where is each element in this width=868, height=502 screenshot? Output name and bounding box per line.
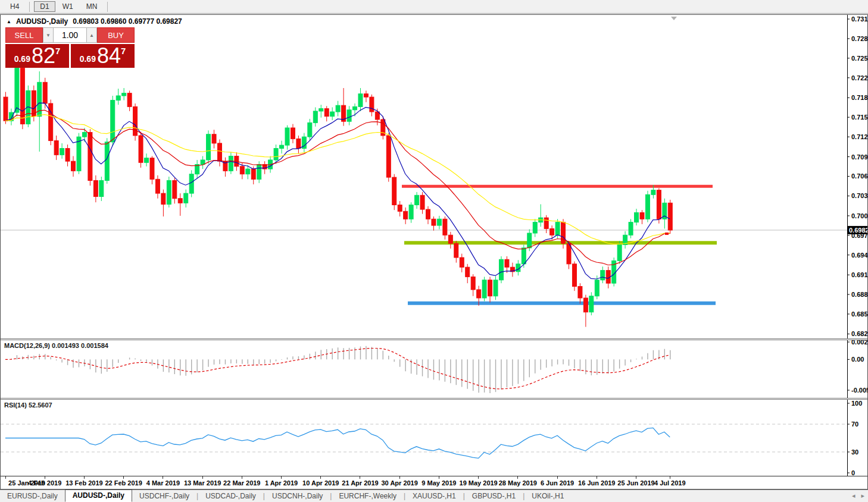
- date-axis-tick: [478, 476, 479, 479]
- candle-body: [398, 205, 402, 211]
- date-axis: 25 Jan 20194 Feb 201913 Feb 201922 Feb 2…: [1, 476, 867, 489]
- timeframe-button-d1[interactable]: D1: [34, 1, 55, 12]
- candle-body: [173, 180, 177, 198]
- candle-body: [635, 212, 639, 222]
- candle-body: [347, 110, 351, 121]
- candle-body: [358, 94, 363, 107]
- rsi-axis-label: 70: [851, 421, 858, 428]
- price-axis-label: 0.72505: [851, 55, 867, 62]
- tab-audusd-daily[interactable]: AUDUSD-,Daily: [65, 490, 132, 502]
- candle-body: [184, 193, 188, 203]
- rsi-line: [5, 428, 670, 458]
- candle-body: [122, 93, 126, 96]
- sell-price-panel[interactable]: 0.69 82 7: [5, 44, 69, 68]
- chart-shift-marker-icon: [671, 17, 677, 20]
- tab-ukoil-h1[interactable]: UKOil-,H1: [524, 491, 571, 502]
- timeframe-button-h4[interactable]: H4: [4, 1, 25, 12]
- candle-body: [471, 277, 475, 290]
- candle-body: [522, 248, 526, 264]
- chart-symbol-title: AUDUSD-,Daily: [16, 17, 68, 26]
- candle-body: [494, 280, 498, 296]
- volume-decrease-button[interactable]: ▼: [43, 27, 54, 43]
- candle-body: [150, 158, 154, 180]
- candle-body: [145, 158, 149, 163]
- volume-input[interactable]: [54, 27, 86, 43]
- date-axis-tick: [84, 476, 85, 479]
- candle-body: [392, 177, 396, 205]
- tab-xauusd-h1[interactable]: XAUUSD-,H1: [405, 491, 463, 502]
- volume-increase-button[interactable]: ▲: [86, 27, 97, 43]
- tab-eurchf-weekly[interactable]: EURCHF-,Weekly: [332, 491, 403, 502]
- timeframe-button-mn[interactable]: MN: [80, 1, 104, 12]
- tab-scroll-left-icon[interactable]: ◂: [852, 492, 855, 500]
- sell-price-prefix: 0.69: [14, 54, 30, 64]
- timeframe-toolbar: H4D1W1MN: [0, 0, 868, 14]
- candle-body: [601, 271, 605, 280]
- date-axis-tick: [45, 476, 45, 479]
- rsi-axis-label: 100: [851, 400, 862, 407]
- candle-body: [578, 287, 582, 298]
- date-axis-label: 4 Jul 2019: [645, 479, 695, 487]
- candle-body: [657, 190, 661, 219]
- date-axis-tick: [163, 476, 163, 479]
- candle-body: [240, 167, 244, 174]
- sell-button[interactable]: SELL: [5, 27, 43, 43]
- tab-usdcad-daily[interactable]: USDCAD-,Daily: [198, 491, 263, 502]
- tab-usdchf-daily[interactable]: USDCHF-,Daily: [132, 491, 196, 502]
- candle-body: [251, 169, 255, 179]
- candle-body: [505, 259, 509, 267]
- rsi-axis-label: 0: [851, 469, 855, 476]
- candle-body: [43, 82, 47, 103]
- toolbar-separator: [107, 2, 108, 12]
- price-axis-label: 0.68520: [851, 310, 867, 318]
- price-axis-label: 0.73115: [851, 15, 867, 23]
- price-axis-label: 0.70970: [851, 153, 867, 161]
- timeframe-button-w1[interactable]: W1: [57, 1, 79, 12]
- sell-price-pip: 7: [55, 46, 60, 56]
- candle-body: [308, 123, 312, 137]
- price-axis-label: 0.72200: [851, 74, 867, 81]
- candle-body: [488, 280, 492, 296]
- collapse-triangle-icon[interactable]: ▲: [7, 19, 11, 24]
- candle-body: [155, 179, 160, 193]
- candle-body: [420, 195, 424, 209]
- rsi-indicator-label: RSI(14) 52.5607: [4, 401, 52, 409]
- date-axis-tick: [360, 476, 360, 479]
- candle-body: [330, 112, 335, 117]
- candle-body: [88, 133, 92, 181]
- tab-eurusd-daily[interactable]: EURUSD-,Daily: [0, 491, 65, 502]
- candle-body: [482, 280, 486, 298]
- candle-body: [555, 222, 560, 236]
- price-axis-label: 0.71890: [851, 94, 867, 101]
- macd-pane[interactable]: 0.0029840.00-0.00525MACD(12,26,9) 0.0014…: [1, 340, 867, 398]
- candle-body: [426, 209, 430, 219]
- date-axis-tick: [439, 476, 439, 479]
- date-axis-tick: [517, 476, 518, 479]
- candle-body: [54, 141, 58, 155]
- tab-usdcnh-daily[interactable]: USDCNH-,Daily: [265, 491, 330, 502]
- tab-scroll-right-icon[interactable]: ▸: [861, 492, 864, 500]
- candle-body: [116, 96, 120, 101]
- candle-body: [313, 111, 317, 123]
- tab-scroll-arrows: ◂ ▸: [852, 492, 864, 500]
- candle-body: [353, 106, 357, 109]
- buy-price-big: 84: [97, 45, 121, 67]
- tab-gbpusd-h1[interactable]: GBPUSD-,H1: [465, 491, 523, 502]
- rsi-pane[interactable]: 10070300RSI(14) 52.5607: [1, 400, 867, 476]
- buy-button[interactable]: BUY: [97, 27, 135, 43]
- candle-body: [645, 194, 650, 219]
- candle-body: [437, 219, 441, 225]
- price-axis-label: 0.68825: [851, 291, 867, 298]
- buy-price-panel[interactable]: 0.69 84 7: [71, 44, 135, 68]
- price-axis-label: 0.70665: [851, 172, 867, 180]
- macd-axis-label: -0.00525: [851, 387, 867, 394]
- candle-body: [550, 228, 554, 235]
- date-axis-tick: [557, 476, 558, 479]
- candle-body: [448, 235, 452, 243]
- date-axis-tick: [242, 476, 242, 479]
- price-axis-label: 0.72810: [851, 35, 867, 42]
- candle-body: [319, 109, 323, 111]
- candle-body: [544, 218, 548, 228]
- candle-body: [409, 205, 413, 219]
- candle-body: [386, 136, 391, 177]
